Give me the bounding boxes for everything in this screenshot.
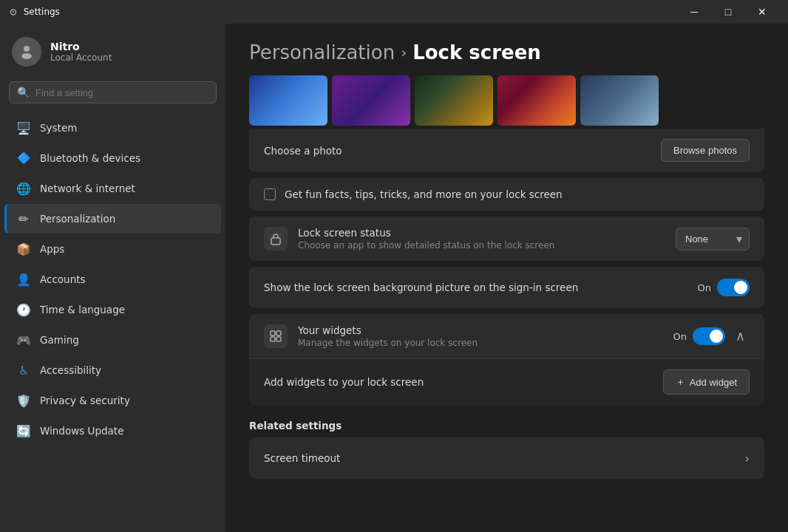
accessibility-icon: ♿: [16, 363, 31, 378]
your-widgets-expand-button[interactable]: ∧: [731, 327, 750, 346]
sidebar-item-accounts[interactable]: 👤 Accounts: [4, 265, 221, 294]
screen-timeout-label: Screen timeout: [264, 452, 745, 464]
thumb-2[interactable]: [332, 75, 410, 126]
show-background-state: On: [698, 282, 711, 293]
your-widgets-sub: Manage the widgets on your lock screen: [298, 338, 673, 348]
lock-screen-status-label: Lock screen status: [298, 227, 676, 239]
sidebar-item-label: Bluetooth & devices: [40, 152, 140, 164]
screen-timeout-row[interactable]: Screen timeout ›: [249, 437, 764, 479]
main-content: Personalization › Lock screen Choose a p…: [225, 24, 788, 532]
your-widgets-row: Your widgets Manage the widgets on your …: [249, 314, 764, 359]
sidebar-item-label: Personalization: [40, 213, 115, 225]
sidebar-item-system[interactable]: 🖥️ System: [4, 113, 221, 143]
show-background-card: Show the lock screen background picture …: [249, 267, 764, 308]
title-bar: ⚙ Settings ─ □ ✕: [0, 0, 788, 24]
sidebar-item-label: System: [40, 122, 77, 134]
nav-list: 🖥️ System 🔷 Bluetooth & devices 🌐 Networ…: [0, 112, 225, 446]
svg-point-1: [21, 53, 32, 59]
sidebar-item-label: Accessibility: [40, 364, 101, 376]
bluetooth-icon: 🔷: [16, 151, 31, 166]
svg-rect-6: [276, 337, 281, 341]
user-name: Nitro: [50, 41, 112, 52]
related-settings-card: Screen timeout ›: [249, 437, 764, 479]
search-box[interactable]: 🔍: [9, 81, 217, 103]
sidebar-item-label: Windows Update: [40, 425, 123, 437]
lock-screen-status-dropdown-wrap: None Calendar Mail Weather: [676, 228, 750, 250]
svg-rect-3: [271, 331, 275, 335]
svg-rect-5: [271, 337, 275, 341]
app-body: Nitro Local Account 🔍 🖥️ System 🔷 Blueto…: [0, 24, 788, 532]
sidebar-item-windows-update[interactable]: 🔄 Windows Update: [4, 416, 221, 446]
apps-icon: 📦: [16, 242, 31, 256]
sidebar-item-network[interactable]: 🌐 Network & internet: [4, 174, 221, 203]
title-bar-controls: ─ □ ✕: [677, 0, 779, 24]
content-scroll[interactable]: Choose a photo Browse photos Get fun fac…: [225, 75, 788, 532]
sidebar-item-gaming[interactable]: 🎮 Gaming: [4, 325, 221, 355]
thumb-5[interactable]: [580, 75, 659, 126]
your-widgets-toggle[interactable]: [693, 327, 725, 345]
sidebar-item-apps[interactable]: 📦 Apps: [4, 234, 221, 264]
sidebar-item-label: Network & internet: [40, 183, 135, 194]
choose-photo-card: Choose a photo Browse photos: [249, 129, 764, 172]
sidebar-item-time[interactable]: 🕐 Time & language: [4, 295, 221, 324]
close-button[interactable]: ✕: [745, 0, 779, 24]
your-widgets-card: Your widgets Manage the widgets on your …: [249, 314, 764, 405]
show-background-row: Show the lock screen background picture …: [249, 267, 764, 308]
avatar: [12, 37, 41, 66]
add-widget-button[interactable]: ＋ Add widget: [663, 369, 750, 395]
sidebar-item-label: Apps: [40, 243, 64, 255]
accounts-icon: 👤: [16, 272, 31, 287]
fun-facts-checkbox[interactable]: [264, 188, 276, 200]
time-icon: 🕐: [16, 302, 31, 317]
sidebar-item-label: Time & language: [40, 304, 125, 316]
sidebar-item-label: Privacy & security: [40, 395, 130, 406]
show-background-toggle-wrap: On: [698, 279, 750, 296]
user-info: Nitro Local Account: [50, 41, 112, 63]
personalization-icon: ✏️: [16, 211, 31, 226]
title-bar-title: Settings: [24, 7, 60, 17]
minimize-button[interactable]: ─: [677, 0, 711, 24]
sidebar-item-personalization[interactable]: ✏️ Personalization: [4, 204, 221, 233]
sidebar: Nitro Local Account 🔍 🖥️ System 🔷 Blueto…: [0, 24, 225, 532]
choose-photo-row: Choose a photo Browse photos: [249, 129, 764, 172]
breadcrumb-separator: ›: [401, 44, 407, 61]
user-account-type: Local Account: [50, 52, 112, 63]
search-icon: 🔍: [17, 86, 30, 98]
title-bar-left: ⚙ Settings: [9, 7, 60, 18]
show-background-toggle[interactable]: [717, 279, 750, 296]
related-settings-title: Related settings: [249, 420, 764, 432]
svg-rect-2: [271, 238, 280, 245]
checkbox-label: Get fun facts, tips, tricks, and more on…: [285, 188, 563, 200]
thumb-4[interactable]: [497, 75, 576, 126]
breadcrumb-parent: Personalization: [249, 41, 395, 64]
checkbox-card: Get fun facts, tips, tricks, and more on…: [249, 178, 764, 211]
sidebar-item-label: Accounts: [40, 273, 86, 285]
sidebar-item-label: Gaming: [40, 334, 79, 346]
breadcrumb-current: Lock screen: [412, 41, 541, 64]
checkbox-row: Get fun facts, tips, tricks, and more on…: [249, 178, 764, 211]
sidebar-item-privacy[interactable]: 🛡️ Privacy & security: [4, 386, 221, 415]
thumb-1[interactable]: [249, 75, 327, 126]
sidebar-item-accessibility[interactable]: ♿ Accessibility: [4, 355, 221, 385]
thumb-3[interactable]: [415, 75, 493, 126]
show-background-label: Show the lock screen background picture …: [264, 282, 698, 293]
lock-screen-status-icon: [264, 227, 288, 250]
your-widgets-state: On: [673, 331, 687, 342]
privacy-icon: 🛡️: [16, 393, 31, 408]
your-widgets-toggle-wrap: On ∧: [673, 327, 750, 346]
lock-screen-status-row: Lock screen status Choose an app to show…: [249, 216, 764, 261]
add-widgets-label: Add widgets to your lock screen: [264, 376, 663, 388]
user-section[interactable]: Nitro Local Account: [0, 24, 225, 78]
search-input[interactable]: [35, 87, 208, 98]
settings-icon: ⚙: [9, 7, 18, 18]
network-icon: 🌐: [16, 181, 31, 196]
lock-screen-status-dropdown[interactable]: None Calendar Mail Weather: [676, 228, 750, 250]
photo-thumbnails: [249, 75, 764, 126]
add-widget-label: Add widget: [690, 377, 737, 388]
maximize-button[interactable]: □: [711, 0, 745, 24]
widgets-icon: [264, 324, 288, 348]
browse-photos-button[interactable]: Browse photos: [661, 139, 750, 162]
sidebar-item-bluetooth[interactable]: 🔷 Bluetooth & devices: [4, 143, 221, 173]
windows-update-icon: 🔄: [16, 423, 31, 438]
gaming-icon: 🎮: [16, 332, 31, 347]
